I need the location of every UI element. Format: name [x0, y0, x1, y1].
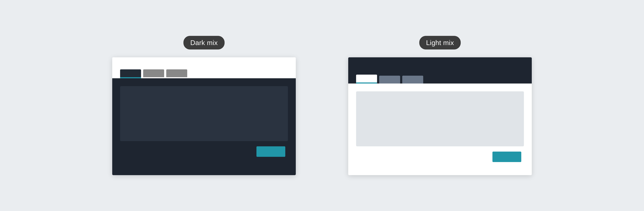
dark-mix-body — [112, 78, 296, 175]
dark-mix-tab-2[interactable] — [143, 69, 164, 77]
light-mix-section: Light mix — [348, 36, 532, 175]
dark-mix-footer — [120, 146, 288, 157]
light-mix-body — [348, 83, 532, 175]
light-mix-topbar — [348, 57, 532, 83]
dark-mix-active-indicator — [120, 77, 141, 78]
light-mix-label: Light mix — [419, 36, 461, 49]
light-mix-tab-1[interactable] — [356, 75, 377, 82]
light-mix-content-area — [356, 91, 524, 146]
light-mix-tab-2[interactable] — [379, 76, 400, 83]
light-mix-card — [348, 57, 532, 175]
dark-mix-section: Dark mix — [112, 36, 296, 175]
light-mix-action-button[interactable] — [492, 152, 521, 162]
dark-mix-card — [112, 57, 296, 175]
light-mix-footer — [356, 152, 524, 162]
dark-mix-topbar — [112, 57, 296, 78]
dark-mix-content-area — [120, 86, 288, 141]
dark-mix-action-button[interactable] — [256, 146, 285, 157]
dark-mix-label: Dark mix — [184, 36, 224, 49]
dark-mix-tab-3[interactable] — [166, 69, 187, 77]
dark-mix-tab-1[interactable] — [120, 69, 141, 77]
light-mix-tab-3[interactable] — [402, 76, 423, 83]
light-mix-active-indicator — [356, 82, 377, 83]
